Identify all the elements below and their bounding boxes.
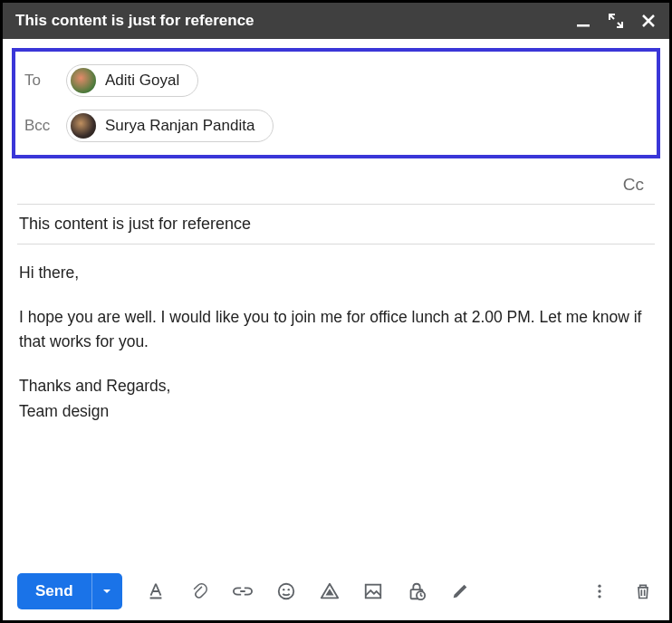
image-icon[interactable] [361,580,385,603]
window-actions [575,13,657,29]
bcc-label: Bcc [21,117,57,135]
svg-rect-1 [149,597,161,599]
body-greeting: Hi there, [19,261,653,285]
bcc-row[interactable]: Bcc Surya Ranjan Pandita [21,110,648,142]
svg-point-8 [598,585,600,588]
avatar-icon [71,113,96,139]
confidential-icon[interactable] [405,580,428,603]
to-row[interactable]: To Aditi Goyal [21,64,648,97]
to-label: To [21,72,57,90]
toolbar-right [588,580,655,603]
expand-icon[interactable] [608,13,624,29]
svg-rect-0 [577,24,590,27]
link-icon[interactable] [231,580,254,603]
svg-point-2 [278,584,293,599]
bcc-chip-name: Surya Ranjan Pandita [105,117,254,135]
compose-toolbar: Send [3,564,669,620]
svg-point-9 [598,589,600,592]
send-button-group: Send [17,573,122,609]
more-options-icon[interactable] [588,580,611,603]
email-body[interactable]: Hi there, I hope you are well. I would l… [3,244,669,564]
bcc-chip[interactable]: Surya Ranjan Pandita [66,110,274,142]
close-icon[interactable] [640,13,657,29]
recipients-highlight-box: To Aditi Goyal Bcc Surya Ranjan Pandita [12,48,660,158]
drive-icon[interactable] [318,580,341,603]
compose-window: This content is just for reference To Ad… [0,0,672,623]
send-button[interactable]: Send [17,573,91,609]
svg-rect-5 [365,585,380,599]
attach-icon[interactable] [187,580,211,603]
svg-point-10 [598,595,600,598]
window-title: This content is just for reference [15,12,575,30]
text-format-icon[interactable] [144,580,168,603]
send-more-button[interactable] [91,573,122,609]
to-chip-name: Aditi Goyal [105,72,179,90]
subject-text: This content is just for reference [19,215,251,233]
body-signoff: Thanks and Regards, Team design [19,374,653,423]
emoji-icon[interactable] [274,580,298,603]
avatar-icon [71,68,96,93]
cc-toggle-row: Cc [3,164,669,204]
format-icons [144,580,472,603]
to-chip[interactable]: Aditi Goyal [66,64,198,97]
minimize-icon[interactable] [575,13,591,29]
subject-field[interactable]: This content is just for reference [17,204,655,244]
pen-icon[interactable] [448,580,472,603]
svg-point-4 [287,589,289,590]
titlebar: This content is just for reference [3,3,669,39]
cc-toggle[interactable]: Cc [623,175,644,195]
body-paragraph: I hope you are well. I would like you to… [19,305,653,354]
trash-icon[interactable] [631,580,655,603]
svg-point-3 [283,589,284,590]
